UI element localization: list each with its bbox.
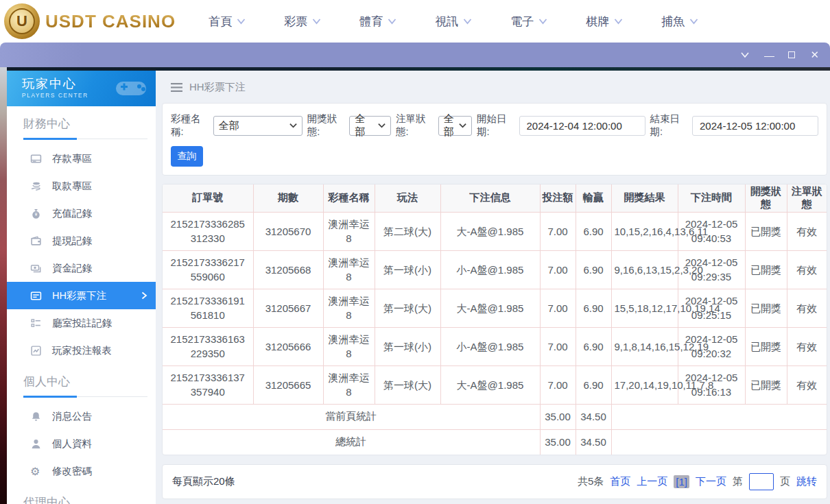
chevron-right-icon xyxy=(141,291,147,300)
sidebar-item-withdraw-records[interactable]: 提現記錄 xyxy=(7,227,156,254)
chevron-down-icon xyxy=(459,123,466,128)
cell-draw-status: 已開獎 xyxy=(745,250,787,289)
bets-table: 訂單號期數彩種名稱玩法下注信息投注額輸贏開獎結果下注時間開獎狀態注單狀態 215… xyxy=(163,184,827,455)
sidebar-item-withdraw-zone[interactable]: 取款專區 xyxy=(7,172,156,200)
user-icon xyxy=(30,438,42,450)
nav-item-cards[interactable]: 棋牌 xyxy=(586,14,623,29)
nav-item-fishing[interactable]: 捕魚 xyxy=(661,14,698,29)
summary-empty xyxy=(611,429,827,455)
nav-item-sports[interactable]: 體育 xyxy=(359,14,396,29)
draw-status-select[interactable]: 全部 xyxy=(349,116,391,136)
moneybag-icon: ¥ xyxy=(30,208,42,219)
cell-bet-info: 大-A盤@1.985 xyxy=(440,365,540,404)
start-date-input[interactable] xyxy=(519,116,645,136)
window-collapse-icon[interactable] xyxy=(740,51,750,58)
sidebar-item-room-bet-records[interactable]: 廳室投註記錄 xyxy=(7,309,156,337)
summary-bet-total: 35.00 xyxy=(540,429,576,455)
cell-bet-info: 大-A盤@1.985 xyxy=(440,289,540,327)
gear-icon: ⚙ xyxy=(30,466,42,477)
cell-draw-result: 9,16,6,13,15,2,3,20 xyxy=(611,250,678,289)
sidebar-item-label: 取款專區 xyxy=(52,180,92,193)
nav-item-lottery[interactable]: 彩票 xyxy=(284,14,321,29)
cell-bet-info: 小-A盤@1.985 xyxy=(440,250,540,289)
cell-draw-status: 已開獎 xyxy=(745,365,787,404)
chevron-down-icon xyxy=(312,18,321,25)
cell-draw-result: 15,5,18,12,17,10,19,14 xyxy=(611,289,678,327)
next-page-link[interactable]: 下一页 xyxy=(696,475,726,488)
cell-period: 31205666 xyxy=(253,327,323,365)
cell-order-no: 2152173336191561810 xyxy=(163,289,253,327)
room-record-icon xyxy=(30,317,42,329)
cell-win-loss: 6.90 xyxy=(576,212,611,250)
coin-letter: U xyxy=(9,8,35,34)
svg-text:¥: ¥ xyxy=(35,212,38,217)
window-maximize-icon[interactable] xyxy=(788,51,795,58)
site-logo-text: USDT CASINO xyxy=(45,11,176,32)
cell-order-status: 有效 xyxy=(787,250,827,289)
hamburger-icon[interactable] xyxy=(171,83,182,92)
cell-win-loss: 6.90 xyxy=(576,250,611,289)
summary-winloss-total: 34.50 xyxy=(576,404,611,429)
lottery-select[interactable]: 全部 xyxy=(213,116,303,136)
table-row: 215217333628531233031205670澳洲幸运8第二球(大)大-… xyxy=(163,212,827,250)
filter-panel: 彩種名稱: 全部 開獎狀態: 全部 注單狀態: 全部 xyxy=(162,103,827,176)
jump-prefix-label: 第 xyxy=(733,475,743,488)
sidebar-item-funds-records[interactable]: 資金記錄 xyxy=(7,254,156,282)
page-number-input[interactable] xyxy=(749,473,774,490)
cell-period: 31205667 xyxy=(253,289,323,327)
cell-play-type: 第一球(大) xyxy=(375,289,440,327)
first-page-link[interactable]: 首页 xyxy=(610,475,630,488)
cell-play-type: 第一球(小) xyxy=(375,250,440,289)
page-title: HH彩票下注 xyxy=(189,81,246,94)
cell-order-no: 2152173336137357940 xyxy=(163,365,253,404)
summary-bet-total: 35.00 xyxy=(540,404,576,429)
window-minimize-icon[interactable]: — xyxy=(765,51,773,59)
sidebar-item-announcements[interactable]: 消息公告 xyxy=(7,403,156,430)
main-nav-menu: 首頁彩票體育視訊電子棋牌捕魚 xyxy=(209,14,698,29)
bets-table-card: 訂單號期數彩種名稱玩法下注信息投注額輸贏開獎結果下注時間開獎狀態注單狀態 215… xyxy=(162,184,827,455)
summary-row-grand-total: 總統計 35.00 34.50 xyxy=(163,429,827,455)
cell-draw-result: 9,1,8,14,16,15,12,19 xyxy=(611,327,678,365)
cell-period: 31205670 xyxy=(253,212,323,250)
cell-bet-amount: 7.00 xyxy=(540,289,576,327)
page-size-text: 每頁顯示20條 xyxy=(172,475,235,488)
sidebar-item-recharge-records[interactable]: ¥充值記錄 xyxy=(7,200,156,227)
sidebar-item-player-bet-report[interactable]: 玩家投注報表 xyxy=(7,337,156,364)
breadcrumb: HH彩票下注 xyxy=(156,71,830,103)
cell-win-loss: 6.90 xyxy=(576,327,611,365)
cell-bet-info: 大-A盤@1.985 xyxy=(440,212,540,250)
nav-item-live[interactable]: 視訊 xyxy=(435,14,472,29)
cell-lottery-name: 澳洲幸运8 xyxy=(323,327,375,365)
sidebar-item-hh-lottery-bets[interactable]: HH彩票下注 xyxy=(7,282,156,309)
summary-label: 當前頁統計 xyxy=(163,404,540,429)
cell-bet-amount: 7.00 xyxy=(540,365,576,404)
sidebar-item-change-password[interactable]: ⚙修改密碼 xyxy=(7,457,156,485)
chevron-down-icon xyxy=(614,18,623,25)
sidebar-item-label: 充值記錄 xyxy=(52,207,92,220)
table-header-cell-8: 下注時間 xyxy=(678,184,745,212)
pagination: 共5条 首页 上一页 [1] 下一页 第 页 跳转 xyxy=(578,473,817,490)
window-close-icon[interactable]: ✕ xyxy=(810,49,819,61)
site-logo[interactable]: U USDT CASINO xyxy=(0,3,176,39)
sidebar-item-profile[interactable]: 個人資料 xyxy=(7,430,156,457)
cell-order-status: 有效 xyxy=(787,327,827,365)
table-row: 215217333616322935031205666澳洲幸运8第一球(小)小-… xyxy=(163,327,827,365)
chevron-down-icon xyxy=(538,18,547,25)
sidebar-item-deposit-zone[interactable]: 存款專區 xyxy=(7,145,156,172)
report-icon xyxy=(30,345,42,357)
cell-play-type: 第一球(大) xyxy=(375,365,440,404)
nav-item-slots[interactable]: 電子 xyxy=(510,14,547,29)
sidebar-item-label: HH彩票下注 xyxy=(52,289,106,302)
table-row: 215217333621755906031205668澳洲幸运8第一球(小)小-… xyxy=(163,250,827,289)
funds-icon xyxy=(30,263,42,274)
nav-item-label: 體育 xyxy=(359,14,383,29)
jump-link[interactable]: 跳转 xyxy=(796,475,817,488)
end-date-input[interactable] xyxy=(692,116,818,136)
sidebar-item-label: 消息公告 xyxy=(52,410,92,423)
search-button[interactable]: 查詢 xyxy=(171,146,203,167)
summary-row-current-page: 當前頁統計 35.00 34.50 xyxy=(163,404,827,429)
nav-item-home[interactable]: 首頁 xyxy=(209,14,246,29)
nav-item-label: 首頁 xyxy=(209,14,232,29)
prev-page-link[interactable]: 上一页 xyxy=(637,475,667,488)
order-status-select[interactable]: 全部 xyxy=(438,116,472,136)
